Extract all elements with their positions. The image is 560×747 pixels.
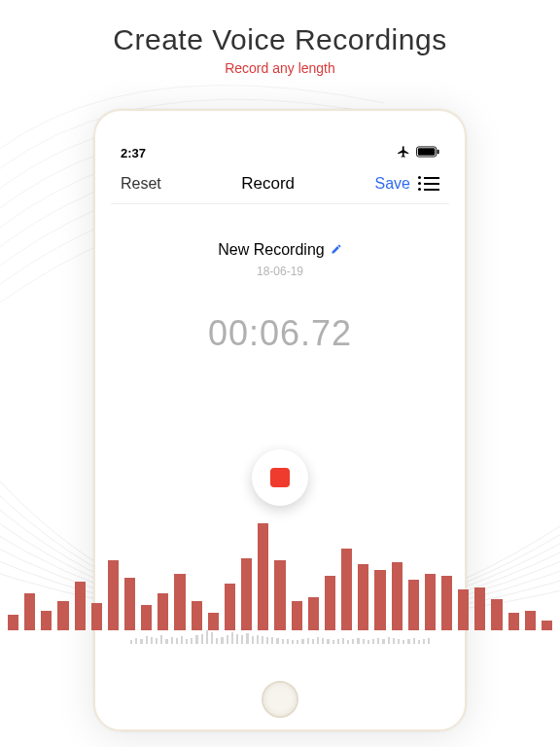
promo-title: Create Voice Recordings [0,23,560,56]
stop-icon [270,468,290,487]
recording-title[interactable]: New Recording [218,241,324,259]
tablet-frame: 2:37 Reset Record Save New Recording [93,109,467,731]
pencil-icon[interactable] [331,243,342,258]
recording-date: 18-06-19 [111,265,449,278]
svg-rect-1 [418,148,436,155]
promo-subtitle: Record any length [0,60,560,76]
status-bar: 2:37 [111,142,449,163]
screen-title: Record [169,174,368,194]
svg-rect-2 [438,149,439,154]
airplane-mode-icon [397,145,410,161]
recording-timer: 00:06.72 [111,313,449,354]
mini-waveform [128,621,432,644]
reset-button[interactable]: Reset [121,175,161,193]
nav-bar: Reset Record Save [111,163,449,204]
home-button[interactable] [262,681,298,718]
save-button[interactable]: Save [375,175,410,193]
status-time: 2:37 [121,146,146,160]
tablet-screen: 2:37 Reset Record Save New Recording [111,142,449,671]
list-icon[interactable] [418,176,439,191]
battery-icon [416,146,439,160]
record-stop-button[interactable] [252,449,308,506]
